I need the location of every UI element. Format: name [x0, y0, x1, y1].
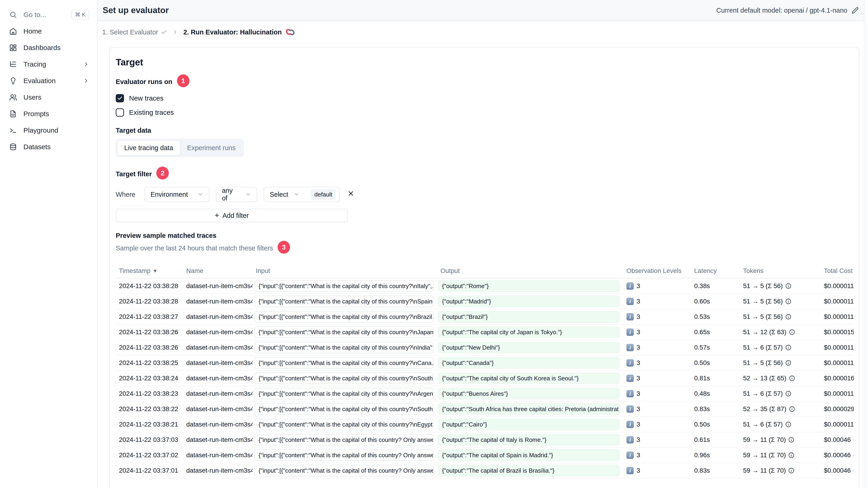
- tab-live-tracing-data[interactable]: Live tracing data: [117, 140, 180, 156]
- step-select-evaluator[interactable]: 1. Select Evaluator: [102, 29, 167, 36]
- input-box[interactable]: {"input":[{"content":"What is the capita…: [254, 449, 434, 461]
- input-box[interactable]: {"input":[{"content":"What is the capita…: [254, 311, 434, 323]
- input-box[interactable]: {"input":[{"content":"What is the capita…: [254, 372, 434, 384]
- col-header-output: Output: [437, 267, 623, 274]
- table-row[interactable]: 2024-11-22 03:38:23 dataset-run-item-cm3…: [116, 386, 854, 401]
- checkbox-new-traces[interactable]: New traces: [116, 94, 853, 102]
- filter-column-select[interactable]: Environment: [145, 187, 210, 202]
- sidebar-item-dashboards[interactable]: Dashboards: [0, 39, 97, 56]
- cell-name: dataset-run-item-cm3s4: [183, 452, 253, 459]
- input-box[interactable]: {"input":[{"content":"What is the capita…: [254, 465, 434, 476]
- output-box[interactable]: {"output":"The capital of Spain is Madri…: [438, 449, 620, 461]
- tokens-text: 51 → 5 (Σ 56): [743, 282, 783, 290]
- input-box[interactable]: {"input":[{"content":"What is the capita…: [254, 388, 434, 399]
- info-level-badge: i: [626, 452, 634, 459]
- annotation-badge-2: 2: [156, 167, 169, 180]
- table-row[interactable]: 2024-11-22 03:38:26 dataset-run-item-cm3…: [116, 325, 854, 340]
- info-circle-icon[interactable]: [789, 375, 795, 382]
- info-circle-icon[interactable]: [788, 467, 795, 474]
- input-box[interactable]: {"input":[{"content":"What is the capita…: [254, 434, 434, 446]
- knot-icon: [285, 28, 295, 36]
- info-circle-icon[interactable]: [785, 314, 792, 320]
- tracing-icon: [9, 60, 18, 68]
- sidebar-item-evaluation[interactable]: Evaluation: [0, 72, 97, 89]
- output-box[interactable]: {"output":"The capital city of Japan is …: [438, 326, 620, 338]
- col-header-tokens: Tokens: [740, 267, 821, 274]
- output-box[interactable]: {"output":"Cairo"}: [438, 419, 620, 430]
- info-circle-icon[interactable]: [785, 360, 792, 366]
- table-row[interactable]: 2024-11-22 03:37:03 dataset-run-item-cm3…: [116, 432, 854, 448]
- input-box[interactable]: {"input":[{"content":"What is the capita…: [254, 357, 434, 369]
- sidebar-item-prompts[interactable]: Prompts: [0, 106, 97, 122]
- col-header-input: Input: [253, 267, 437, 274]
- info-circle-icon[interactable]: [853, 452, 854, 458]
- edit-pencil-icon[interactable]: [851, 7, 859, 14]
- sidebar-item-tracing[interactable]: Tracing: [0, 56, 97, 72]
- output-box[interactable]: {"output":"New Delhi"}: [438, 342, 620, 353]
- info-level-badge: i: [626, 282, 634, 290]
- filter-operator-select[interactable]: any of: [216, 187, 257, 202]
- output-box[interactable]: {"output":"Rome"}: [438, 280, 620, 292]
- info-circle-icon[interactable]: [785, 283, 792, 289]
- table-row[interactable]: 2024-11-22 03:38:26 dataset-run-item-cm3…: [116, 340, 854, 355]
- cell-name: dataset-run-item-cm3s4: [183, 436, 253, 444]
- checkbox-checked-icon[interactable]: [116, 94, 124, 102]
- output-box[interactable]: {"output":"The capital city of South Kor…: [438, 372, 620, 384]
- info-circle-icon[interactable]: [788, 452, 795, 458]
- info-circle-icon[interactable]: [789, 329, 795, 335]
- output-box[interactable]: {"output":"Buenos Aires"}: [438, 388, 620, 399]
- checkbox-unchecked-icon[interactable]: [116, 108, 124, 117]
- remove-filter-button[interactable]: [347, 190, 356, 199]
- output-box[interactable]: {"output":"The capital of Brazil is Bras…: [438, 465, 620, 476]
- home-icon: [9, 27, 18, 35]
- table-row[interactable]: 2024-11-22 03:38:28 dataset-run-item-cm3…: [116, 279, 854, 294]
- table-row[interactable]: 2024-11-22 03:38:21 dataset-run-item-cm3…: [116, 417, 854, 432]
- checkbox-existing-traces[interactable]: Existing traces: [116, 108, 853, 117]
- tab-experiment-runs[interactable]: Experiment runs: [180, 140, 243, 155]
- goto-search[interactable]: Go to... ⌘ K: [0, 6, 97, 23]
- info-circle-icon[interactable]: [785, 390, 792, 397]
- sidebar-item-datasets[interactable]: Datasets: [0, 139, 97, 155]
- plus-icon: +: [215, 211, 219, 220]
- info-circle-icon[interactable]: [785, 421, 792, 428]
- table-row[interactable]: 2024-11-22 03:38:28 dataset-run-item-cm3…: [116, 294, 854, 309]
- table-row[interactable]: 2024-11-22 03:37:01 dataset-run-item-cm3…: [116, 463, 854, 478]
- input-box[interactable]: {"input":[{"content":"What is the capita…: [254, 296, 434, 307]
- tokens-text: 52 → 13 (Σ 65): [743, 375, 786, 382]
- output-box[interactable]: {"output":"South Africa has three capita…: [438, 403, 620, 415]
- info-level-badge: i: [626, 421, 634, 428]
- output-box[interactable]: {"output":"Brazil"}: [438, 311, 620, 323]
- output-box[interactable]: {"output":"Madrid"}: [438, 296, 620, 307]
- table-row[interactable]: 2024-11-22 03:38:27 dataset-run-item-cm3…: [116, 309, 854, 325]
- input-box[interactable]: {"input":[{"content":"What is the capita…: [254, 342, 434, 353]
- add-filter-button[interactable]: + Add filter: [116, 209, 348, 222]
- sidebar-item-playground[interactable]: Playground: [0, 122, 97, 139]
- info-circle-icon[interactable]: [788, 436, 795, 443]
- cost-text: $0.000011: [824, 298, 854, 305]
- sidebar-item-users[interactable]: Users: [0, 89, 97, 106]
- input-box[interactable]: {"input":[{"content":"What is the capita…: [254, 403, 434, 415]
- goto-label: Go to...: [24, 11, 65, 19]
- cell-timestamp: 2024-11-22 03:38:25: [116, 359, 183, 366]
- filter-row: Where Environment any of Select default: [116, 187, 853, 202]
- input-box[interactable]: {"input":[{"content":"What is the capita…: [254, 326, 434, 338]
- page-scrollbar[interactable]: [864, 0, 868, 488]
- info-circle-icon[interactable]: [785, 298, 792, 304]
- info-circle-icon[interactable]: [853, 467, 854, 474]
- sidebar-item-home[interactable]: Home: [0, 23, 97, 39]
- table-row[interactable]: 2024-11-22 03:38:24 dataset-run-item-cm3…: [116, 371, 854, 386]
- info-circle-icon[interactable]: [785, 344, 792, 351]
- preview-subtitle: Sample over the last 24 hours that match…: [116, 242, 853, 255]
- input-box[interactable]: {"input":[{"content":"What is the capita…: [254, 280, 434, 292]
- info-circle-icon[interactable]: [789, 406, 795, 412]
- info-circle-icon[interactable]: [853, 436, 854, 443]
- table-row[interactable]: 2024-11-22 03:38:25 dataset-run-item-cm3…: [116, 355, 854, 371]
- filter-value-select[interactable]: Select default: [264, 187, 340, 202]
- obs-count: 3: [637, 421, 640, 428]
- output-box[interactable]: {"output":"Canada"}: [438, 357, 620, 369]
- table-row[interactable]: 2024-11-22 03:37:02 dataset-run-item-cm3…: [116, 448, 854, 463]
- input-box[interactable]: {"input":[{"content":"What is the capita…: [254, 419, 434, 430]
- col-header-timestamp[interactable]: Timestamp ▼: [116, 267, 183, 274]
- output-box[interactable]: {"output":"The capital of Italy is Rome.…: [438, 434, 620, 446]
- table-row[interactable]: 2024-11-22 03:38:22 dataset-run-item-cm3…: [116, 401, 854, 417]
